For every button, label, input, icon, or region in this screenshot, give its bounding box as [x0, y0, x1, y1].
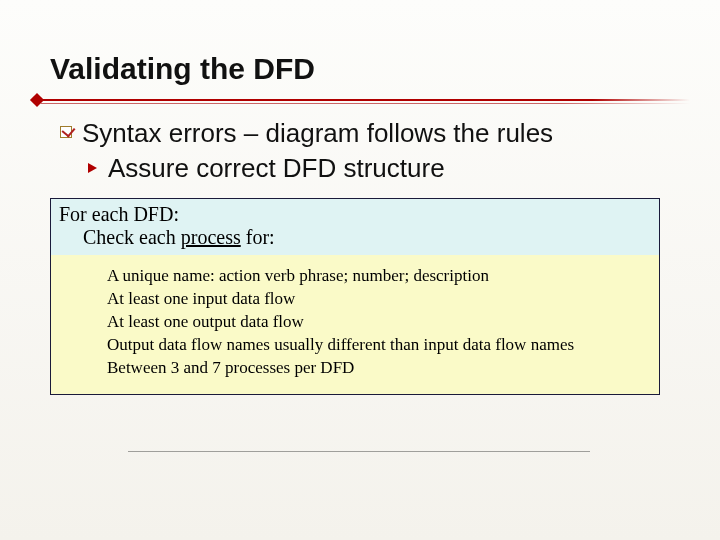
info-item: At least one input data flow: [107, 288, 649, 311]
rule-line: [40, 99, 690, 101]
info-box: For each DFD: Check each process for: A …: [50, 198, 660, 395]
heading-line2-underline: process: [181, 226, 241, 248]
info-item: A unique name: action verb phrase; numbe…: [107, 265, 649, 288]
info-item: Output data flow names usually different…: [107, 334, 649, 357]
bullet-level1: Syntax errors – diagram follows the rule…: [60, 118, 680, 149]
slide: Validating the DFD Syntax errors – diagr…: [0, 0, 720, 540]
info-item: At least one output data flow: [107, 311, 649, 334]
info-box-heading: For each DFD: Check each process for:: [51, 199, 659, 255]
heading-line2-suffix: for:: [241, 226, 275, 248]
heading-line2: Check each process for:: [83, 226, 651, 249]
footer-divider: [128, 451, 590, 452]
info-box-body: A unique name: action verb phrase; numbe…: [51, 255, 659, 394]
title-rule: [0, 96, 720, 106]
slide-title: Validating the DFD: [50, 52, 315, 86]
heading-line1: For each DFD:: [59, 203, 651, 226]
rule-line-shadow: [40, 103, 690, 104]
bullet-list: Syntax errors – diagram follows the rule…: [60, 118, 680, 184]
heading-line2-prefix: Check each: [83, 226, 181, 248]
bullet-level2: Assure correct DFD structure: [88, 153, 680, 184]
info-item: Between 3 and 7 processes per DFD: [107, 357, 649, 380]
